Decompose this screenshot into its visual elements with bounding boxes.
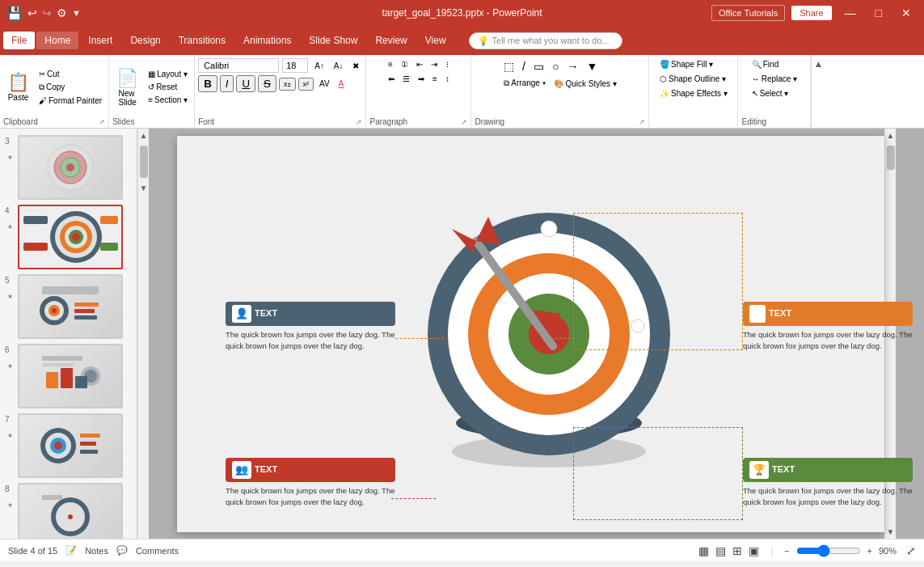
save-icon[interactable]: 💾 xyxy=(6,6,23,21)
menu-file[interactable]: File xyxy=(3,32,35,49)
close-button[interactable]: ✕ xyxy=(895,5,918,21)
layout-button[interactable]: ▦ Layout ▾ xyxy=(145,68,191,80)
shape-outline-button[interactable]: ⬡ Shape Outline ▾ xyxy=(656,73,729,85)
underline-button[interactable]: U xyxy=(236,75,255,92)
canvas-scroll-up[interactable]: ▲ xyxy=(887,129,895,142)
shape-more[interactable]: ▼ xyxy=(583,58,601,74)
minimize-button[interactable]: — xyxy=(838,5,863,21)
shape-select[interactable]: ⬚ xyxy=(500,58,517,74)
slide-thumb-4[interactable]: 4 ★ xyxy=(5,205,132,269)
redo-icon[interactable]: ↪ xyxy=(42,6,52,19)
slide-thumb-5[interactable]: 5 ★ xyxy=(5,274,132,339)
shape-arrow[interactable]: → xyxy=(563,58,581,74)
drawing-expand[interactable]: ↗ xyxy=(639,118,645,126)
ribbon-collapse-button[interactable]: ▲ xyxy=(813,58,823,70)
find-button[interactable]: 🔍 Find xyxy=(749,58,782,70)
font-size-down[interactable]: A↓ xyxy=(331,60,347,72)
justify[interactable]: ≡ xyxy=(429,73,441,85)
numbering-button[interactable]: ① xyxy=(398,58,411,70)
font-size-up[interactable]: A↑ xyxy=(311,60,327,72)
font-color-button[interactable]: A xyxy=(335,78,348,90)
slide-thumb-6[interactable]: 6 ★ xyxy=(5,344,132,408)
format-painter-button[interactable]: 🖌 Format Painter xyxy=(36,95,105,107)
font-expand[interactable]: ↗ xyxy=(356,118,362,126)
subscript-button[interactable]: x₂ xyxy=(279,78,296,91)
zoom-in-button[interactable]: + xyxy=(867,546,872,556)
decrease-indent[interactable]: ⇤ xyxy=(413,58,426,70)
svg-point-55 xyxy=(541,221,557,237)
scroll-thumb[interactable] xyxy=(140,146,148,178)
notes-button[interactable]: Notes xyxy=(85,546,108,556)
clipboard-expand-icon[interactable]: ↗ xyxy=(99,118,105,126)
arrange-button[interactable]: ⧉ Arrange ▾ xyxy=(500,77,549,90)
slide-sorter-button[interactable]: ▤ xyxy=(715,544,726,557)
increase-indent[interactable]: ⇥ xyxy=(428,58,441,70)
menu-review[interactable]: Review xyxy=(367,32,415,49)
menu-design[interactable]: Design xyxy=(122,32,168,49)
scroll-down-arrow[interactable]: ▼ xyxy=(140,181,148,195)
cut-button[interactable]: ✂ Cut xyxy=(36,68,105,80)
presenter-view-button[interactable]: ▣ xyxy=(749,544,759,557)
align-center[interactable]: ☰ xyxy=(399,73,413,85)
label-header-bottom-left: 👥 TEXT xyxy=(226,458,395,482)
undo-icon[interactable]: ↩ xyxy=(27,6,37,19)
office-tutorials-button[interactable]: Office Tutorials xyxy=(711,5,785,21)
slide-img-8 xyxy=(18,483,123,539)
slide-thumb-7[interactable]: 7 ★ xyxy=(5,413,132,478)
italic-button[interactable]: I xyxy=(220,75,234,92)
slide-panel-scrollbar[interactable]: ▲ ▼ xyxy=(137,129,149,539)
settings-icon[interactable]: ⚙ xyxy=(57,6,67,19)
dropdown-icon[interactable]: ▼ xyxy=(72,8,81,18)
menu-slideshow[interactable]: Slide Show xyxy=(301,32,365,49)
menu-animations[interactable]: Animations xyxy=(235,32,299,49)
canvas-scroll-down[interactable]: ▼ xyxy=(887,525,895,539)
menu-view[interactable]: View xyxy=(417,32,454,49)
copy-button[interactable]: ⧉ Copy xyxy=(36,81,105,94)
paragraph-expand[interactable]: ↗ xyxy=(461,118,467,126)
svg-rect-24 xyxy=(42,363,74,366)
shape-ellipse[interactable]: ○ xyxy=(549,58,562,74)
svg-point-19 xyxy=(52,308,57,313)
menu-home[interactable]: Home xyxy=(36,32,78,49)
paste-button[interactable]: 📋 Paste xyxy=(3,70,33,104)
slide-thumb-3[interactable]: 3 ★ xyxy=(5,135,132,200)
menu-transitions[interactable]: Transitions xyxy=(171,32,234,49)
font-size-input[interactable]: 18 xyxy=(282,58,308,73)
shape-rect[interactable]: ▭ xyxy=(530,58,547,74)
menu-insert[interactable]: Insert xyxy=(80,32,120,49)
slide-canvas[interactable]: 👤 TEXT The quick brown fox jumps over th… xyxy=(177,136,884,532)
font-name-input[interactable]: Calibri xyxy=(198,58,279,73)
columns-button[interactable]: ⫶ xyxy=(442,58,453,70)
zoom-slider[interactable] xyxy=(796,544,861,557)
quick-styles-button[interactable]: 🎨 Quick Styles ▾ xyxy=(551,77,620,90)
normal-view-button[interactable]: ▦ xyxy=(698,544,709,557)
replace-button[interactable]: ↔ Replace ▾ xyxy=(749,73,800,85)
label-box-bottom-left: 👥 TEXT The quick brown fox jumps over th… xyxy=(226,458,395,509)
shape-effects-button[interactable]: ✨ Shape Effects ▾ xyxy=(656,87,731,99)
fit-slide-button[interactable]: ⤢ xyxy=(906,544,916,557)
zoom-out-button[interactable]: − xyxy=(784,546,789,556)
maximize-button[interactable]: □ xyxy=(869,5,888,21)
bold-button[interactable]: B xyxy=(198,75,217,92)
select-button[interactable]: ↖ Select ▾ xyxy=(749,87,792,99)
align-left[interactable]: ⬅ xyxy=(385,73,398,85)
new-slide-button[interactable]: 📄 NewSlide xyxy=(112,66,142,109)
share-button[interactable]: Share xyxy=(791,6,831,20)
scroll-up-arrow[interactable]: ▲ xyxy=(140,129,148,142)
reset-button[interactable]: ↺ Reset xyxy=(145,81,191,93)
bullets-button[interactable]: ≡ xyxy=(385,58,396,70)
tell-me-input[interactable]: 💡 Tell me what you want to do... xyxy=(469,32,622,49)
shape-line[interactable]: / xyxy=(519,58,529,74)
char-spacing-button[interactable]: AV xyxy=(316,78,333,90)
clear-format[interactable]: ✖ xyxy=(349,60,362,72)
section-button[interactable]: ≡ Section ▾ xyxy=(145,94,191,106)
reading-view-button[interactable]: ⊞ xyxy=(732,544,742,557)
superscript-button[interactable]: x² xyxy=(298,78,314,91)
line-spacing[interactable]: ↕ xyxy=(442,73,453,85)
strikethrough-button[interactable]: S xyxy=(258,75,276,92)
slide-thumb-8[interactable]: 8 ★ xyxy=(5,483,132,539)
align-right[interactable]: ➡ xyxy=(415,73,428,85)
shape-fill-button[interactable]: 🪣 Shape Fill ▾ xyxy=(656,58,716,70)
canvas-scroll-thumb[interactable] xyxy=(887,146,895,170)
comments-button[interactable]: Comments xyxy=(136,546,179,556)
